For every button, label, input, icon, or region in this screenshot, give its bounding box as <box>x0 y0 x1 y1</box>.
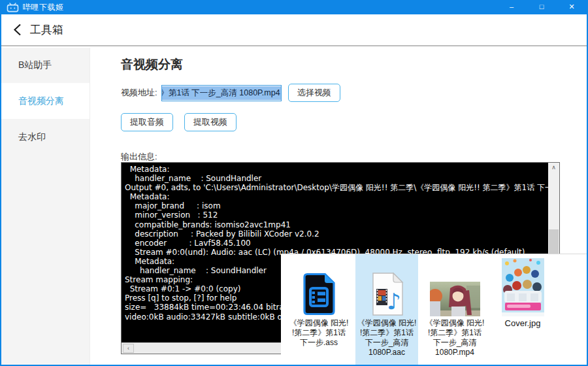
file-item-video-mp4[interactable]: 《学园偶像 阳光! !第二季》第1话 下一步_高清 1080P.mp4 <box>423 254 486 365</box>
select-video-button[interactable]: 选择视频 <box>288 84 340 102</box>
file-label: 《学园偶像 阳光! !第二季》第1话 下一步_高清 1080P.mp4 <box>423 318 486 358</box>
file-item-audio-aac[interactable]: ♪ 《学园偶像 阳光! !第二季》第1话 下一步_高清 1080P.aac <box>355 254 418 365</box>
output-info-label: 输出信息: <box>121 151 157 163</box>
toolbar: 工具箱 <box>1 14 587 46</box>
app-window: 哔哩下载姬 – □ ✕ 工具箱 B站助手 音视频分离 去水印 音视频分离 <box>0 0 588 366</box>
video-address-input[interactable]: 二季》第1话 下一步_高清 1080P.mp4 <box>161 85 282 101</box>
close-button[interactable]: ✕ <box>557 0 587 14</box>
video-address-row: 视频地址: 二季》第1话 下一步_高清 1080P.mp4 选择视频 <box>121 84 340 102</box>
back-icon[interactable] <box>13 24 22 36</box>
file-item-cover-jpg[interactable]: Cover.jpg <box>491 254 554 365</box>
sidebar-item-bilibili-helper[interactable]: B站助手 <box>1 48 90 83</box>
file-label: Cover.jpg <box>491 318 554 328</box>
extract-audio-button[interactable]: 提取音频 <box>121 113 173 131</box>
minimize-button[interactable]: – <box>497 0 527 14</box>
audio-file-icon: ♪ <box>355 254 418 318</box>
subtitle-file-icon <box>287 254 350 318</box>
file-item-subtitle-ass[interactable]: 《学园偶像 阳光! !第二季》第1话 下一步.ass <box>287 254 350 365</box>
video-address-label: 视频地址: <box>121 87 157 99</box>
page-header-title: 工具箱 <box>30 22 63 37</box>
selected-input-text: 二季》第1话 下一步_高清 1080P.mp4 <box>161 86 281 100</box>
svg-text:♪: ♪ <box>387 288 401 314</box>
file-explorer-panel: 《学园偶像 阳光! !第二季》第1话 下一步.ass <box>281 254 587 365</box>
app-frame: 哔哩下载姬 – □ ✕ 工具箱 B站助手 音视频分离 去水印 音视频分离 <box>1 0 587 365</box>
window-title: 哔哩下载姬 <box>23 2 64 13</box>
extract-buttons-row: 提取音频 提取视频 <box>121 113 237 131</box>
sidebar-item-remove-watermark[interactable]: 去水印 <box>1 119 90 155</box>
sidebar: B站助手 音视频分离 去水印 <box>1 48 90 365</box>
page-title: 音视频分离 <box>121 56 183 73</box>
maximize-button[interactable]: □ <box>527 0 557 14</box>
extract-video-button[interactable]: 提取视频 <box>184 113 237 131</box>
file-label: 《学园偶像 阳光! !第二季》第1话 下一步.ass <box>287 318 350 348</box>
scroll-left-icon[interactable]: ‹ <box>123 344 134 353</box>
video-thumbnail <box>423 254 486 318</box>
file-label: 《学园偶像 阳光! !第二季》第1话 下一步_高清 1080P.aac <box>355 318 418 358</box>
title-bar: 哔哩下载姬 – □ ✕ <box>1 0 587 14</box>
scroll-up-icon[interactable]: ∧ <box>548 163 559 173</box>
window-controls: – □ ✕ <box>497 0 587 14</box>
bilibili-tv-icon <box>7 3 19 12</box>
image-thumbnail <box>491 254 554 318</box>
sidebar-item-av-separation[interactable]: 音视频分离 <box>1 83 90 119</box>
